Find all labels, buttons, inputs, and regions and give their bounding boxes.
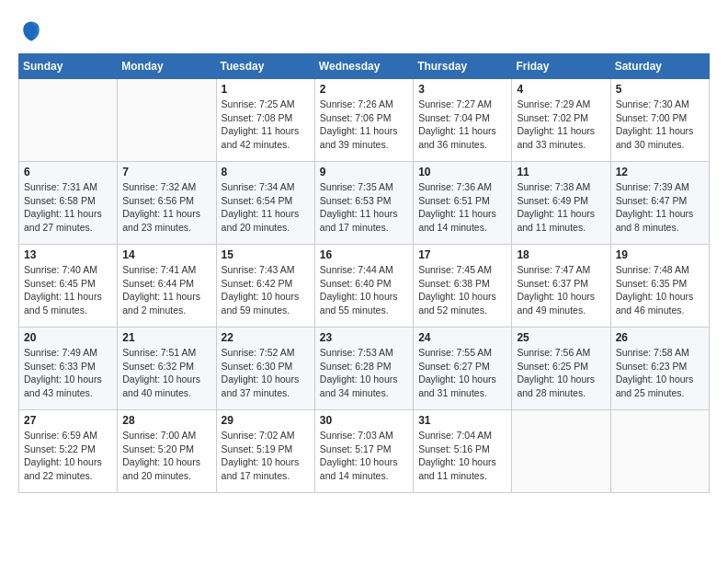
day-info: Sunrise: 7:52 AM Sunset: 6:30 PM Dayligh… [222, 346, 310, 400]
day-info: Sunrise: 7:48 AM Sunset: 6:35 PM Dayligh… [616, 263, 704, 317]
day-number: 2 [320, 83, 408, 96]
day-number: 14 [122, 248, 210, 261]
calendar-cell: 10Sunrise: 7:36 AM Sunset: 6:51 PM Dayli… [414, 162, 512, 245]
day-number: 16 [320, 248, 408, 261]
calendar-cell: 18Sunrise: 7:47 AM Sunset: 6:37 PM Dayli… [512, 245, 610, 327]
calendar-cell: 23Sunrise: 7:53 AM Sunset: 6:28 PM Dayli… [314, 327, 413, 410]
day-number: 7 [122, 166, 210, 178]
day-number: 3 [418, 83, 506, 96]
calendar-week-2: 6Sunrise: 7:31 AM Sunset: 6:58 PM Daylig… [19, 162, 710, 245]
day-info: Sunrise: 7:49 AM Sunset: 6:33 PM Dayligh… [24, 346, 112, 400]
calendar-header-monday: Monday [118, 54, 216, 79]
calendar-cell: 2Sunrise: 7:26 AM Sunset: 7:06 PM Daylig… [314, 79, 413, 162]
calendar-cell [512, 410, 610, 493]
calendar-week-5: 27Sunrise: 6:59 AM Sunset: 5:22 PM Dayli… [19, 410, 710, 493]
day-number: 9 [320, 166, 408, 178]
logo [18, 18, 48, 44]
calendar-week-3: 13Sunrise: 7:40 AM Sunset: 6:45 PM Dayli… [19, 245, 710, 327]
calendar-cell: 29Sunrise: 7:02 AM Sunset: 5:19 PM Dayli… [216, 410, 314, 493]
calendar-cell: 11Sunrise: 7:38 AM Sunset: 6:49 PM Dayli… [512, 162, 610, 245]
calendar-header-sunday: Sunday [19, 54, 118, 79]
calendar-cell: 26Sunrise: 7:58 AM Sunset: 6:23 PM Dayli… [610, 327, 709, 410]
day-number: 17 [418, 248, 506, 261]
day-number: 28 [122, 414, 210, 427]
calendar-cell: 3Sunrise: 7:27 AM Sunset: 7:04 PM Daylig… [414, 79, 512, 162]
day-number: 15 [222, 248, 310, 261]
day-number: 21 [122, 331, 210, 344]
calendar-cell [19, 79, 118, 162]
day-info: Sunrise: 7:04 AM Sunset: 5:16 PM Dayligh… [418, 429, 506, 483]
calendar-cell: 25Sunrise: 7:56 AM Sunset: 6:25 PM Dayli… [512, 327, 610, 410]
calendar-cell: 15Sunrise: 7:43 AM Sunset: 6:42 PM Dayli… [216, 245, 314, 327]
day-number: 12 [616, 166, 704, 178]
day-number: 13 [24, 248, 112, 261]
day-info: Sunrise: 6:59 AM Sunset: 5:22 PM Dayligh… [24, 429, 112, 483]
day-info: Sunrise: 7:38 AM Sunset: 6:49 PM Dayligh… [517, 180, 605, 235]
header [18, 18, 710, 44]
calendar-cell [610, 410, 709, 493]
day-number: 30 [320, 414, 408, 427]
calendar-cell: 24Sunrise: 7:55 AM Sunset: 6:27 PM Dayli… [414, 327, 512, 410]
calendar-cell: 28Sunrise: 7:00 AM Sunset: 5:20 PM Dayli… [118, 410, 216, 493]
calendar-cell: 22Sunrise: 7:52 AM Sunset: 6:30 PM Dayli… [216, 327, 314, 410]
day-number: 18 [517, 248, 605, 261]
day-info: Sunrise: 7:03 AM Sunset: 5:17 PM Dayligh… [320, 429, 408, 483]
calendar-cell: 12Sunrise: 7:39 AM Sunset: 6:47 PM Dayli… [610, 162, 709, 245]
calendar-header-tuesday: Tuesday [216, 54, 314, 79]
calendar-cell: 20Sunrise: 7:49 AM Sunset: 6:33 PM Dayli… [19, 327, 118, 410]
day-number: 1 [222, 83, 310, 96]
day-number: 20 [24, 331, 112, 344]
calendar-cell: 6Sunrise: 7:31 AM Sunset: 6:58 PM Daylig… [19, 162, 118, 245]
day-info: Sunrise: 7:35 AM Sunset: 6:53 PM Dayligh… [320, 180, 408, 235]
day-info: Sunrise: 7:45 AM Sunset: 6:38 PM Dayligh… [418, 263, 506, 317]
day-number: 23 [320, 331, 408, 344]
calendar-cell [118, 79, 216, 162]
calendar-cell: 14Sunrise: 7:41 AM Sunset: 6:44 PM Dayli… [118, 245, 216, 327]
day-info: Sunrise: 7:56 AM Sunset: 6:25 PM Dayligh… [517, 346, 605, 400]
day-number: 26 [616, 331, 704, 344]
calendar-cell: 17Sunrise: 7:45 AM Sunset: 6:38 PM Dayli… [414, 245, 512, 327]
day-info: Sunrise: 7:29 AM Sunset: 7:02 PM Dayligh… [517, 98, 605, 152]
calendar-cell: 7Sunrise: 7:32 AM Sunset: 6:56 PM Daylig… [118, 162, 216, 245]
day-info: Sunrise: 7:41 AM Sunset: 6:44 PM Dayligh… [122, 263, 210, 317]
day-number: 22 [222, 331, 310, 344]
day-info: Sunrise: 7:26 AM Sunset: 7:06 PM Dayligh… [320, 98, 408, 152]
calendar-cell: 31Sunrise: 7:04 AM Sunset: 5:16 PM Dayli… [414, 410, 512, 493]
day-info: Sunrise: 7:31 AM Sunset: 6:58 PM Dayligh… [24, 180, 112, 235]
day-number: 29 [222, 414, 310, 427]
calendar-header-row: SundayMondayTuesdayWednesdayThursdayFrid… [19, 54, 710, 79]
day-info: Sunrise: 7:32 AM Sunset: 6:56 PM Dayligh… [122, 180, 210, 235]
day-info: Sunrise: 7:51 AM Sunset: 6:32 PM Dayligh… [122, 346, 210, 400]
calendar-cell: 27Sunrise: 6:59 AM Sunset: 5:22 PM Dayli… [19, 410, 118, 493]
logo-icon [18, 18, 44, 44]
day-number: 5 [616, 83, 704, 96]
calendar-cell: 16Sunrise: 7:44 AM Sunset: 6:40 PM Dayli… [314, 245, 413, 327]
day-number: 8 [222, 166, 310, 178]
day-number: 31 [418, 414, 506, 427]
calendar-week-1: 1Sunrise: 7:25 AM Sunset: 7:08 PM Daylig… [19, 79, 710, 162]
day-info: Sunrise: 7:53 AM Sunset: 6:28 PM Dayligh… [320, 346, 408, 400]
calendar-cell: 4Sunrise: 7:29 AM Sunset: 7:02 PM Daylig… [512, 79, 610, 162]
day-info: Sunrise: 7:36 AM Sunset: 6:51 PM Dayligh… [418, 180, 506, 235]
day-number: 10 [418, 166, 506, 178]
day-number: 19 [616, 248, 704, 261]
day-info: Sunrise: 7:55 AM Sunset: 6:27 PM Dayligh… [418, 346, 506, 400]
calendar-week-4: 20Sunrise: 7:49 AM Sunset: 6:33 PM Dayli… [19, 327, 710, 410]
day-info: Sunrise: 7:58 AM Sunset: 6:23 PM Dayligh… [616, 346, 704, 400]
calendar-cell: 30Sunrise: 7:03 AM Sunset: 5:17 PM Dayli… [314, 410, 413, 493]
calendar-cell: 9Sunrise: 7:35 AM Sunset: 6:53 PM Daylig… [314, 162, 413, 245]
day-info: Sunrise: 7:34 AM Sunset: 6:54 PM Dayligh… [222, 180, 310, 235]
calendar-header-wednesday: Wednesday [314, 54, 413, 79]
calendar-header-thursday: Thursday [414, 54, 512, 79]
day-info: Sunrise: 7:25 AM Sunset: 7:08 PM Dayligh… [222, 98, 310, 152]
calendar-cell: 21Sunrise: 7:51 AM Sunset: 6:32 PM Dayli… [118, 327, 216, 410]
day-info: Sunrise: 7:43 AM Sunset: 6:42 PM Dayligh… [222, 263, 310, 317]
calendar-table: SundayMondayTuesdayWednesdayThursdayFrid… [18, 53, 710, 493]
day-info: Sunrise: 7:40 AM Sunset: 6:45 PM Dayligh… [24, 263, 112, 317]
day-number: 4 [517, 83, 605, 96]
day-info: Sunrise: 7:44 AM Sunset: 6:40 PM Dayligh… [320, 263, 408, 317]
calendar-cell: 8Sunrise: 7:34 AM Sunset: 6:54 PM Daylig… [216, 162, 314, 245]
day-info: Sunrise: 7:02 AM Sunset: 5:19 PM Dayligh… [222, 429, 310, 483]
day-info: Sunrise: 7:00 AM Sunset: 5:20 PM Dayligh… [122, 429, 210, 483]
calendar-cell: 1Sunrise: 7:25 AM Sunset: 7:08 PM Daylig… [216, 79, 314, 162]
